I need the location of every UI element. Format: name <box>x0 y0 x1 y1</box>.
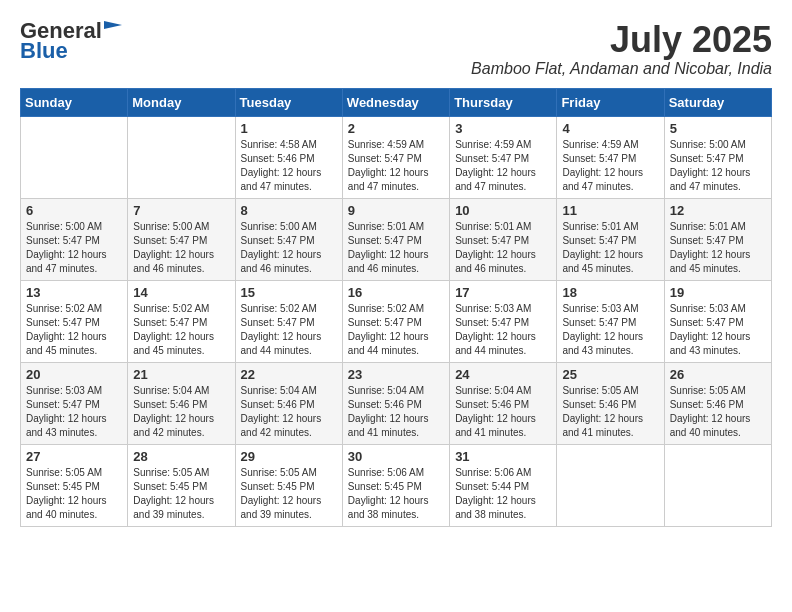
calendar-cell: 14Sunrise: 5:02 AM Sunset: 5:47 PM Dayli… <box>128 280 235 362</box>
calendar-cell: 29Sunrise: 5:05 AM Sunset: 5:45 PM Dayli… <box>235 444 342 526</box>
day-number: 26 <box>670 367 766 382</box>
weekday-header: Tuesday <box>235 88 342 116</box>
day-number: 18 <box>562 285 658 300</box>
day-number: 29 <box>241 449 337 464</box>
day-info: Sunrise: 4:59 AM Sunset: 5:47 PM Dayligh… <box>562 138 658 194</box>
calendar-cell: 23Sunrise: 5:04 AM Sunset: 5:46 PM Dayli… <box>342 362 449 444</box>
day-number: 4 <box>562 121 658 136</box>
day-info: Sunrise: 5:03 AM Sunset: 5:47 PM Dayligh… <box>562 302 658 358</box>
calendar-cell: 4Sunrise: 4:59 AM Sunset: 5:47 PM Daylig… <box>557 116 664 198</box>
calendar-cell: 8Sunrise: 5:00 AM Sunset: 5:47 PM Daylig… <box>235 198 342 280</box>
day-number: 15 <box>241 285 337 300</box>
day-info: Sunrise: 5:00 AM Sunset: 5:47 PM Dayligh… <box>670 138 766 194</box>
calendar-cell: 9Sunrise: 5:01 AM Sunset: 5:47 PM Daylig… <box>342 198 449 280</box>
calendar-cell: 11Sunrise: 5:01 AM Sunset: 5:47 PM Dayli… <box>557 198 664 280</box>
day-number: 31 <box>455 449 551 464</box>
day-number: 22 <box>241 367 337 382</box>
calendar-cell: 30Sunrise: 5:06 AM Sunset: 5:45 PM Dayli… <box>342 444 449 526</box>
weekday-header: Monday <box>128 88 235 116</box>
weekday-header-row: SundayMondayTuesdayWednesdayThursdayFrid… <box>21 88 772 116</box>
calendar-cell: 13Sunrise: 5:02 AM Sunset: 5:47 PM Dayli… <box>21 280 128 362</box>
day-number: 30 <box>348 449 444 464</box>
weekday-header: Friday <box>557 88 664 116</box>
day-info: Sunrise: 5:01 AM Sunset: 5:47 PM Dayligh… <box>562 220 658 276</box>
calendar-cell <box>21 116 128 198</box>
day-number: 2 <box>348 121 444 136</box>
day-info: Sunrise: 5:04 AM Sunset: 5:46 PM Dayligh… <box>133 384 229 440</box>
day-info: Sunrise: 4:59 AM Sunset: 5:47 PM Dayligh… <box>455 138 551 194</box>
calendar-cell: 22Sunrise: 5:04 AM Sunset: 5:46 PM Dayli… <box>235 362 342 444</box>
day-number: 12 <box>670 203 766 218</box>
day-number: 7 <box>133 203 229 218</box>
day-info: Sunrise: 5:02 AM Sunset: 5:47 PM Dayligh… <box>26 302 122 358</box>
logo-flag-icon <box>104 21 122 37</box>
calendar-week-row: 1Sunrise: 4:58 AM Sunset: 5:46 PM Daylig… <box>21 116 772 198</box>
logo-blue: Blue <box>20 40 122 62</box>
location-subtitle: Bamboo Flat, Andaman and Nicobar, India <box>471 60 772 78</box>
calendar-cell: 21Sunrise: 5:04 AM Sunset: 5:46 PM Dayli… <box>128 362 235 444</box>
day-number: 14 <box>133 285 229 300</box>
calendar-cell: 10Sunrise: 5:01 AM Sunset: 5:47 PM Dayli… <box>450 198 557 280</box>
svg-marker-0 <box>104 21 122 29</box>
calendar-cell: 27Sunrise: 5:05 AM Sunset: 5:45 PM Dayli… <box>21 444 128 526</box>
day-number: 5 <box>670 121 766 136</box>
day-info: Sunrise: 4:59 AM Sunset: 5:47 PM Dayligh… <box>348 138 444 194</box>
day-info: Sunrise: 5:05 AM Sunset: 5:46 PM Dayligh… <box>670 384 766 440</box>
day-info: Sunrise: 5:04 AM Sunset: 5:46 PM Dayligh… <box>455 384 551 440</box>
day-number: 16 <box>348 285 444 300</box>
calendar-week-row: 6Sunrise: 5:00 AM Sunset: 5:47 PM Daylig… <box>21 198 772 280</box>
calendar-cell: 25Sunrise: 5:05 AM Sunset: 5:46 PM Dayli… <box>557 362 664 444</box>
day-number: 21 <box>133 367 229 382</box>
day-number: 1 <box>241 121 337 136</box>
day-number: 8 <box>241 203 337 218</box>
day-info: Sunrise: 5:05 AM Sunset: 5:45 PM Dayligh… <box>26 466 122 522</box>
calendar-cell: 12Sunrise: 5:01 AM Sunset: 5:47 PM Dayli… <box>664 198 771 280</box>
logo: General Blue <box>20 20 122 62</box>
day-number: 3 <box>455 121 551 136</box>
day-info: Sunrise: 5:03 AM Sunset: 5:47 PM Dayligh… <box>670 302 766 358</box>
day-number: 10 <box>455 203 551 218</box>
day-info: Sunrise: 5:02 AM Sunset: 5:47 PM Dayligh… <box>348 302 444 358</box>
weekday-header: Saturday <box>664 88 771 116</box>
title-section: July 2025 Bamboo Flat, Andaman and Nicob… <box>471 20 772 78</box>
day-info: Sunrise: 5:03 AM Sunset: 5:47 PM Dayligh… <box>455 302 551 358</box>
day-number: 13 <box>26 285 122 300</box>
calendar-week-row: 13Sunrise: 5:02 AM Sunset: 5:47 PM Dayli… <box>21 280 772 362</box>
calendar-table: SundayMondayTuesdayWednesdayThursdayFrid… <box>20 88 772 527</box>
calendar-cell: 1Sunrise: 4:58 AM Sunset: 5:46 PM Daylig… <box>235 116 342 198</box>
day-info: Sunrise: 5:01 AM Sunset: 5:47 PM Dayligh… <box>670 220 766 276</box>
day-info: Sunrise: 5:06 AM Sunset: 5:44 PM Dayligh… <box>455 466 551 522</box>
calendar-cell <box>664 444 771 526</box>
day-info: Sunrise: 5:05 AM Sunset: 5:45 PM Dayligh… <box>241 466 337 522</box>
month-year-title: July 2025 <box>471 20 772 60</box>
day-number: 27 <box>26 449 122 464</box>
day-info: Sunrise: 5:00 AM Sunset: 5:47 PM Dayligh… <box>133 220 229 276</box>
calendar-cell: 26Sunrise: 5:05 AM Sunset: 5:46 PM Dayli… <box>664 362 771 444</box>
day-info: Sunrise: 4:58 AM Sunset: 5:46 PM Dayligh… <box>241 138 337 194</box>
calendar-cell: 19Sunrise: 5:03 AM Sunset: 5:47 PM Dayli… <box>664 280 771 362</box>
day-info: Sunrise: 5:01 AM Sunset: 5:47 PM Dayligh… <box>348 220 444 276</box>
day-number: 17 <box>455 285 551 300</box>
calendar-cell: 7Sunrise: 5:00 AM Sunset: 5:47 PM Daylig… <box>128 198 235 280</box>
day-info: Sunrise: 5:00 AM Sunset: 5:47 PM Dayligh… <box>241 220 337 276</box>
day-info: Sunrise: 5:05 AM Sunset: 5:46 PM Dayligh… <box>562 384 658 440</box>
calendar-cell: 2Sunrise: 4:59 AM Sunset: 5:47 PM Daylig… <box>342 116 449 198</box>
weekday-header: Thursday <box>450 88 557 116</box>
day-info: Sunrise: 5:06 AM Sunset: 5:45 PM Dayligh… <box>348 466 444 522</box>
calendar-week-row: 27Sunrise: 5:05 AM Sunset: 5:45 PM Dayli… <box>21 444 772 526</box>
day-info: Sunrise: 5:03 AM Sunset: 5:47 PM Dayligh… <box>26 384 122 440</box>
day-info: Sunrise: 5:01 AM Sunset: 5:47 PM Dayligh… <box>455 220 551 276</box>
calendar-cell: 20Sunrise: 5:03 AM Sunset: 5:47 PM Dayli… <box>21 362 128 444</box>
calendar-cell: 16Sunrise: 5:02 AM Sunset: 5:47 PM Dayli… <box>342 280 449 362</box>
day-number: 6 <box>26 203 122 218</box>
calendar-cell: 18Sunrise: 5:03 AM Sunset: 5:47 PM Dayli… <box>557 280 664 362</box>
day-number: 23 <box>348 367 444 382</box>
day-number: 11 <box>562 203 658 218</box>
calendar-cell <box>557 444 664 526</box>
calendar-cell: 17Sunrise: 5:03 AM Sunset: 5:47 PM Dayli… <box>450 280 557 362</box>
weekday-header: Sunday <box>21 88 128 116</box>
day-number: 24 <box>455 367 551 382</box>
day-number: 28 <box>133 449 229 464</box>
weekday-header: Wednesday <box>342 88 449 116</box>
day-number: 19 <box>670 285 766 300</box>
